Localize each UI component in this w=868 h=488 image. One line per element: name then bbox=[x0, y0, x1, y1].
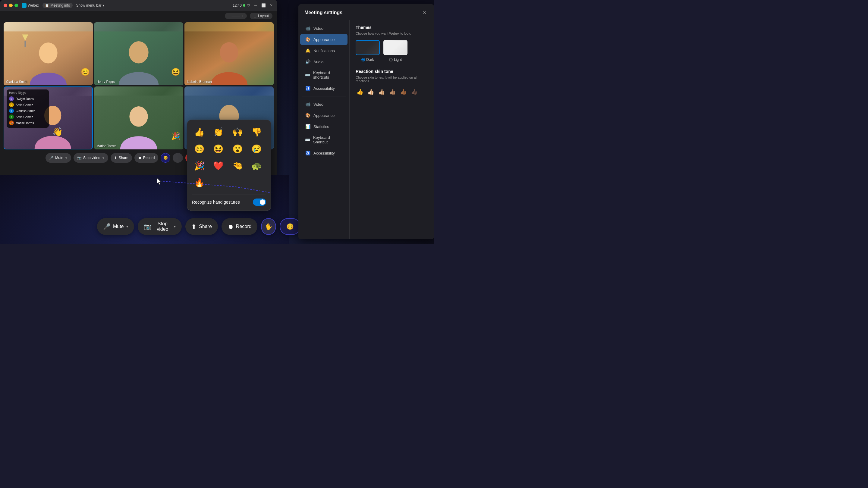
settings-nav-appearance2[interactable]: 🎨 Appearance bbox=[300, 110, 347, 121]
emoji-popup: 👍 👏 🙌 👎 😊 😆 😮 😢 🎉 ❤️ 🤏 🐢 🔥 Recognize han… bbox=[187, 120, 271, 211]
big-emoji-btn[interactable]: 😊 bbox=[280, 218, 301, 235]
emoji-laugh[interactable]: 😆 bbox=[211, 141, 226, 156]
settings-nav-audio[interactable]: 🔊 Audio bbox=[300, 56, 347, 67]
big-mute-btn[interactable]: 🎤 Mute ▾ bbox=[97, 218, 134, 235]
name-henry: Henry Riggs bbox=[96, 80, 115, 84]
emoji-smile[interactable]: 😊 bbox=[192, 141, 207, 156]
minimize-btn[interactable] bbox=[9, 4, 13, 7]
name-marise: Marise Torres bbox=[96, 144, 116, 148]
emoji-thumbsup[interactable]: 👍 bbox=[192, 125, 207, 139]
show-menu-chevron: ▾ bbox=[102, 3, 104, 7]
emoji-pinch[interactable]: 🤏 bbox=[230, 158, 245, 173]
small-more-btn[interactable]: ··· bbox=[173, 153, 183, 163]
expand-window-btn[interactable]: ⬜ bbox=[261, 3, 266, 8]
skin-tone-yellow[interactable]: 👍 bbox=[355, 88, 364, 96]
skin-tone-medium-light[interactable]: 👍🏼 bbox=[377, 88, 386, 96]
meeting-info-btn[interactable]: 📋 Meeting info bbox=[42, 3, 72, 8]
settings-nav-video2[interactable]: 📹 Video bbox=[300, 99, 347, 110]
video-nav-icon: 📹 bbox=[305, 26, 310, 31]
name-sofia-2: Sofia Gomez bbox=[16, 116, 33, 119]
emoji-party[interactable]: 🎉 bbox=[192, 158, 207, 173]
big-share-btn[interactable]: ⬆ Share bbox=[185, 218, 218, 235]
skin-tone-title: Reaction skin tone bbox=[355, 69, 428, 74]
theme-radio-dark[interactable] bbox=[361, 58, 365, 61]
big-hand-btn[interactable]: 🖐 bbox=[261, 218, 276, 235]
keyboard2-nav-icon: ⌨️ bbox=[305, 137, 310, 142]
window-controls bbox=[4, 4, 18, 7]
small-record-icon: ⏺ bbox=[138, 156, 142, 160]
small-video-btn[interactable]: 📷 Stop video ▾ bbox=[73, 153, 108, 163]
theme-radio-light[interactable] bbox=[389, 58, 393, 61]
settings-nav-keyboard[interactable]: ⌨️ Keyboard shortcuts bbox=[300, 67, 347, 83]
settings-nav-accessibility2[interactable]: ♿ Accessibility bbox=[300, 148, 347, 158]
theme-option-dark[interactable]: Dark bbox=[355, 40, 380, 62]
small-record-label: Record bbox=[143, 156, 155, 160]
themes-title: Themes bbox=[355, 25, 428, 30]
small-share-btn[interactable]: ⬆ Share bbox=[111, 153, 132, 163]
small-mute-label: Mute bbox=[55, 156, 63, 160]
big-video-chevron[interactable]: ▾ bbox=[174, 224, 176, 229]
participant-sofia: 🤚 Sofia Gomez bbox=[9, 102, 46, 108]
statistics-nav-label: Statistics bbox=[313, 124, 329, 129]
close-window-btn[interactable]: ✕ bbox=[269, 3, 274, 8]
settings-nav-keyboard2[interactable]: ⌨️ Keyboard Shortcut bbox=[300, 132, 347, 147]
emoji-turtle[interactable]: 🐢 bbox=[250, 158, 264, 173]
gesture-toggle[interactable] bbox=[253, 198, 266, 206]
small-record-btn[interactable]: ⏺ Record bbox=[134, 153, 158, 163]
accessibility-nav-label: Accessibility bbox=[313, 86, 335, 91]
video-cell-henry: 😆 Henry Riggs bbox=[94, 22, 183, 85]
title-bar-right: 12:40 🛡 ─ ⬜ ✕ bbox=[233, 3, 274, 8]
settings-nav-statistics[interactable]: 📊 Statistics bbox=[300, 121, 347, 132]
video2-nav-label: Video bbox=[313, 102, 323, 107]
close-btn[interactable] bbox=[4, 4, 7, 7]
small-emoji-btn[interactable]: 😊 bbox=[161, 153, 170, 163]
participant-sofia2: S Sofia Gomez bbox=[9, 114, 46, 120]
time-text: 12:40 bbox=[233, 3, 242, 7]
big-record-btn[interactable]: ⏺ Record bbox=[221, 218, 258, 235]
avatar-dwight: D bbox=[9, 96, 14, 101]
theme-label-dark: Dark bbox=[361, 58, 374, 62]
theme-light-text: Light bbox=[394, 58, 402, 62]
skin-tone-light[interactable]: 👍🏻 bbox=[367, 88, 375, 96]
big-mute-chevron[interactable]: ▾ bbox=[126, 224, 128, 229]
maximize-btn[interactable] bbox=[14, 4, 18, 7]
settings-nav-appearance[interactable]: 🎨 Appearance bbox=[300, 34, 347, 45]
settings-nav-accessibility[interactable]: ♿ Accessibility bbox=[300, 83, 347, 94]
emoji-thumbsdown[interactable]: 👎 bbox=[250, 125, 264, 139]
big-mute-label: Mute bbox=[113, 224, 124, 229]
big-video-btn[interactable]: 📷 Stop video ▾ bbox=[138, 218, 182, 235]
keyboard-nav-icon: ⌨️ bbox=[305, 73, 310, 77]
zoom-in-icon[interactable]: + bbox=[242, 14, 244, 18]
settings-body: 📹 Video 🎨 Appearance 🔔 Notifications 🔊 A… bbox=[299, 20, 434, 239]
zoom-control[interactable]: − ──── + bbox=[225, 13, 247, 19]
name-isabelle: Isabelle Brennan bbox=[187, 80, 212, 84]
layout-btn[interactable]: ⊞ Layout bbox=[250, 13, 273, 19]
emoji-heart[interactable]: ❤️ bbox=[211, 158, 226, 173]
skin-tone-dark[interactable]: 👍🏿 bbox=[410, 88, 418, 96]
emoji-clap[interactable]: 👏 bbox=[211, 125, 226, 139]
big-mute-icon: 🎤 bbox=[103, 223, 111, 230]
show-menu-btn[interactable]: Show menu bar ▾ bbox=[76, 3, 104, 7]
skin-tone-medium-dark[interactable]: 👍🏾 bbox=[399, 88, 407, 96]
theme-options: Dark Light bbox=[355, 40, 428, 62]
big-hand-icon: 🖐 bbox=[265, 223, 273, 230]
emoji-cry[interactable]: 😢 bbox=[250, 141, 264, 156]
zoom-out-icon[interactable]: − bbox=[228, 14, 230, 18]
settings-nav-video[interactable]: 📹 Video bbox=[300, 23, 347, 34]
statistics-nav-icon: 📊 bbox=[305, 124, 310, 129]
emoji-raised-hands[interactable]: 🙌 bbox=[230, 125, 245, 139]
emoji-fire[interactable]: 🔥 bbox=[192, 175, 207, 190]
skin-tone-medium[interactable]: 👍🏽 bbox=[388, 88, 397, 96]
theme-option-light[interactable]: Light bbox=[383, 40, 407, 62]
name-sofia: Sofia Gomez bbox=[16, 103, 33, 107]
minimize-window-btn[interactable]: ─ bbox=[253, 3, 258, 8]
big-emoji-icon: 😊 bbox=[286, 223, 294, 230]
small-mute-btn[interactable]: 🎤 Mute ▾ bbox=[45, 153, 71, 163]
emoji-wow[interactable]: 😮 bbox=[230, 141, 245, 156]
svg-point-5 bbox=[129, 41, 148, 63]
settings-close-btn[interactable]: ✕ bbox=[421, 9, 428, 16]
settings-nav-notifications[interactable]: 🔔 Notifications bbox=[300, 45, 347, 56]
small-mute-arrow[interactable]: ▾ bbox=[65, 156, 67, 160]
small-video-arrow[interactable]: ▾ bbox=[102, 156, 104, 160]
time-display: 12:40 🛡 bbox=[233, 3, 250, 7]
